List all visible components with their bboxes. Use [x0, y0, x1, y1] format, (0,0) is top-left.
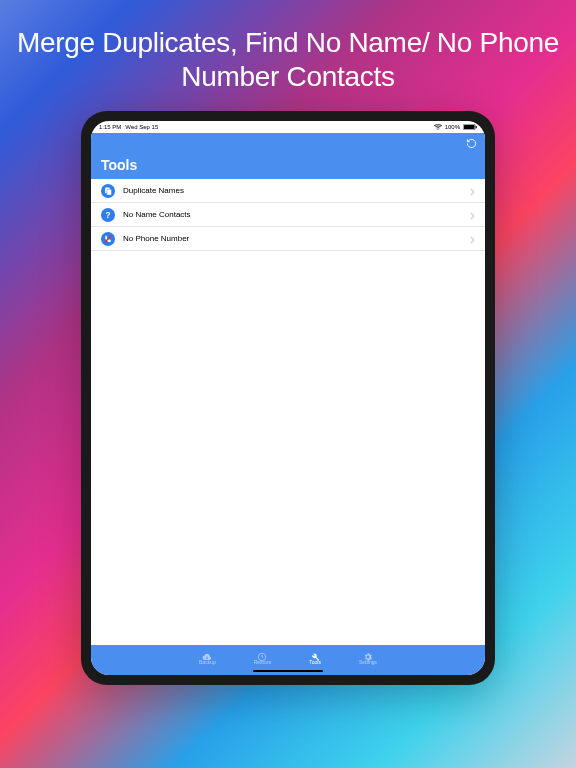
tab-backup[interactable]: Backup — [199, 648, 216, 665]
device-frame: 1:15 PM Wed Sep 15 100% Tools — [81, 111, 495, 685]
row-label: No Name Contacts — [123, 210, 462, 219]
row-duplicate-names[interactable]: Duplicate Names — [91, 179, 485, 203]
battery-icon — [463, 124, 477, 131]
duplicate-names-icon — [101, 184, 115, 198]
row-no-name-contacts[interactable]: ? No Name Contacts — [91, 203, 485, 227]
tab-settings[interactable]: Settings — [359, 648, 377, 665]
nav-bar — [91, 133, 485, 155]
tab-label: Backup — [199, 659, 216, 665]
device-screen: 1:15 PM Wed Sep 15 100% Tools — [91, 121, 485, 675]
tab-bar: Backup Restore Tools Settings — [91, 645, 485, 675]
tools-icon — [310, 648, 320, 658]
wifi-icon — [434, 124, 442, 131]
svg-rect-1 — [464, 125, 475, 129]
question-icon: ? — [101, 208, 115, 222]
home-indicator[interactable] — [253, 670, 323, 673]
tab-label: Settings — [359, 659, 377, 665]
svg-text:?: ? — [106, 211, 111, 220]
tab-restore[interactable]: Restore — [254, 648, 272, 665]
status-date: Wed Sep 15 — [125, 124, 158, 130]
page-title: Tools — [101, 157, 475, 173]
row-no-phone-number[interactable]: No Phone Number — [91, 227, 485, 251]
tools-list: Duplicate Names ? No Name Contacts No P — [91, 179, 485, 645]
status-time: 1:15 PM — [99, 124, 121, 130]
chevron-right-icon — [470, 230, 475, 248]
status-battery-pct: 100% — [445, 124, 460, 130]
no-phone-icon — [101, 232, 115, 246]
tab-label: Restore — [254, 659, 272, 665]
tab-tools[interactable]: Tools — [309, 648, 321, 665]
refresh-icon[interactable] — [466, 135, 477, 153]
backup-icon — [202, 648, 212, 658]
row-label: Duplicate Names — [123, 186, 462, 195]
restore-icon — [257, 648, 267, 658]
status-bar: 1:15 PM Wed Sep 15 100% — [91, 121, 485, 133]
settings-icon — [363, 648, 373, 658]
chevron-right-icon — [470, 182, 475, 200]
promo-headline: Merge Duplicates, Find No Name/ No Phone… — [0, 26, 576, 93]
row-label: No Phone Number — [123, 234, 462, 243]
title-bar: Tools — [91, 155, 485, 179]
svg-rect-2 — [476, 125, 477, 128]
svg-rect-5 — [107, 189, 112, 195]
chevron-right-icon — [470, 206, 475, 224]
tab-label: Tools — [309, 659, 321, 665]
